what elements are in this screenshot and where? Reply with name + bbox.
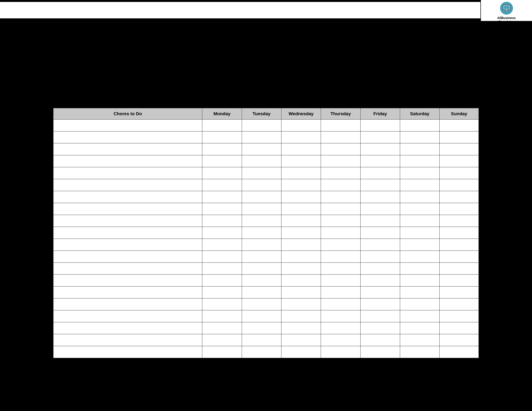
table-cell[interactable] [202, 298, 242, 310]
table-cell[interactable] [202, 322, 242, 334]
table-cell[interactable] [53, 239, 202, 251]
table-cell[interactable] [53, 131, 202, 143]
table-cell[interactable] [400, 334, 439, 346]
table-cell[interactable] [281, 120, 321, 131]
table-cell[interactable] [439, 143, 479, 155]
table-cell[interactable] [202, 191, 242, 203]
table-cell[interactable] [242, 251, 281, 262]
table-row[interactable] [53, 203, 479, 215]
table-cell[interactable] [242, 131, 281, 143]
table-row[interactable] [53, 286, 479, 298]
table-cell[interactable] [321, 286, 360, 298]
table-cell[interactable] [242, 179, 281, 191]
table-cell[interactable] [321, 310, 360, 322]
table-cell[interactable] [400, 167, 439, 179]
table-row[interactable] [53, 262, 479, 274]
table-cell[interactable] [202, 310, 242, 322]
table-cell[interactable] [400, 346, 439, 358]
table-row[interactable] [53, 191, 479, 203]
table-cell[interactable] [400, 215, 439, 227]
table-cell[interactable] [53, 167, 202, 179]
table-cell[interactable] [361, 215, 400, 227]
table-cell[interactable] [53, 334, 202, 346]
table-cell[interactable] [202, 239, 242, 251]
table-cell[interactable] [400, 286, 439, 298]
table-cell[interactable] [400, 239, 439, 251]
table-cell[interactable] [321, 131, 360, 143]
table-cell[interactable] [202, 251, 242, 262]
table-cell[interactable] [281, 155, 321, 167]
table-cell[interactable] [53, 274, 202, 286]
table-cell[interactable] [400, 298, 439, 310]
table-cell[interactable] [321, 155, 360, 167]
table-row[interactable] [53, 143, 479, 155]
table-cell[interactable] [321, 298, 360, 310]
table-cell[interactable] [361, 334, 400, 346]
table-cell[interactable] [53, 203, 202, 215]
table-cell[interactable] [439, 227, 479, 239]
table-cell[interactable] [439, 167, 479, 179]
table-cell[interactable] [321, 262, 360, 274]
table-cell[interactable] [53, 322, 202, 334]
table-cell[interactable] [202, 155, 242, 167]
table-cell[interactable] [361, 167, 400, 179]
table-cell[interactable] [202, 131, 242, 143]
table-cell[interactable] [439, 310, 479, 322]
table-cell[interactable] [202, 274, 242, 286]
table-row[interactable] [53, 334, 479, 346]
table-cell[interactable] [361, 155, 400, 167]
table-cell[interactable] [242, 203, 281, 215]
table-cell[interactable] [53, 286, 202, 298]
table-cell[interactable] [439, 239, 479, 251]
table-cell[interactable] [281, 298, 321, 310]
table-cell[interactable] [242, 346, 281, 358]
table-cell[interactable] [400, 274, 439, 286]
table-cell[interactable] [321, 251, 360, 262]
table-row[interactable] [53, 298, 479, 310]
table-cell[interactable] [439, 274, 479, 286]
table-row[interactable] [53, 310, 479, 322]
table-cell[interactable] [242, 143, 281, 155]
table-cell[interactable] [281, 215, 321, 227]
table-cell[interactable] [361, 274, 400, 286]
table-cell[interactable] [400, 227, 439, 239]
table-cell[interactable] [321, 167, 360, 179]
table-cell[interactable] [400, 143, 439, 155]
table-cell[interactable] [242, 155, 281, 167]
table-cell[interactable] [321, 227, 360, 239]
table-cell[interactable] [281, 262, 321, 274]
table-cell[interactable] [281, 322, 321, 334]
table-cell[interactable] [321, 239, 360, 251]
table-cell[interactable] [202, 286, 242, 298]
table-cell[interactable] [202, 346, 242, 358]
table-cell[interactable] [53, 298, 202, 310]
table-cell[interactable] [281, 191, 321, 203]
table-cell[interactable] [242, 298, 281, 310]
table-cell[interactable] [281, 274, 321, 286]
table-cell[interactable] [242, 310, 281, 322]
table-cell[interactable] [439, 215, 479, 227]
table-cell[interactable] [321, 215, 360, 227]
table-cell[interactable] [439, 191, 479, 203]
table-cell[interactable] [242, 227, 281, 239]
table-row[interactable] [53, 120, 479, 131]
table-cell[interactable] [281, 310, 321, 322]
table-cell[interactable] [439, 120, 479, 131]
table-cell[interactable] [321, 179, 360, 191]
table-cell[interactable] [281, 131, 321, 143]
table-cell[interactable] [400, 262, 439, 274]
table-cell[interactable] [242, 239, 281, 251]
table-cell[interactable] [361, 239, 400, 251]
table-cell[interactable] [400, 251, 439, 262]
table-cell[interactable] [53, 191, 202, 203]
table-cell[interactable] [361, 203, 400, 215]
table-cell[interactable] [202, 167, 242, 179]
table-cell[interactable] [400, 191, 439, 203]
table-cell[interactable] [242, 274, 281, 286]
table-cell[interactable] [281, 203, 321, 215]
table-cell[interactable] [439, 131, 479, 143]
table-cell[interactable] [400, 155, 439, 167]
table-cell[interactable] [439, 203, 479, 215]
table-cell[interactable] [202, 203, 242, 215]
table-cell[interactable] [242, 215, 281, 227]
